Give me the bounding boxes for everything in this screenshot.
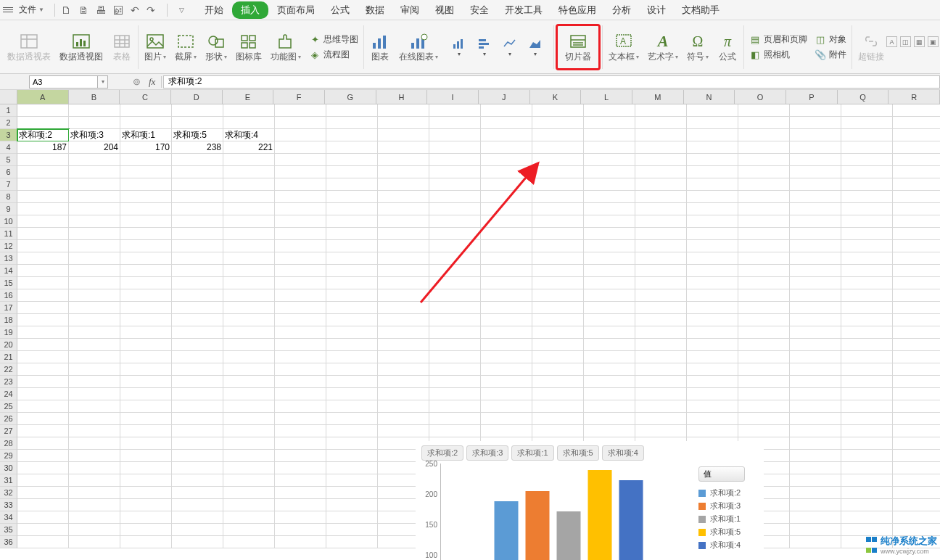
cell-C6[interactable]: [120, 166, 172, 178]
cell-M17[interactable]: [635, 302, 687, 314]
cell-D16[interactable]: [172, 289, 223, 302]
cell-M14[interactable]: [635, 265, 687, 277]
col-header-C[interactable]: C: [120, 90, 171, 104]
cell-P24[interactable]: [790, 388, 841, 400]
print-preview-icon[interactable]: 🗟: [113, 4, 123, 16]
cell-K21[interactable]: [532, 351, 584, 363]
rt-btn-2[interactable]: ◫: [900, 36, 911, 47]
cell-E33[interactable]: [223, 499, 275, 511]
cell-G23[interactable]: [326, 376, 378, 388]
col-header-E[interactable]: E: [223, 90, 274, 104]
cell-J3[interactable]: [481, 129, 532, 141]
cell-A33[interactable]: [17, 499, 69, 511]
cell-N27[interactable]: [687, 425, 738, 437]
cell-Q21[interactable]: [841, 351, 893, 363]
cell-N22[interactable]: [687, 363, 738, 376]
cell-M1[interactable]: [635, 104, 687, 117]
cell-E32[interactable]: [223, 487, 275, 499]
cell-Q19[interactable]: [841, 326, 893, 339]
header-footer-button[interactable]: ▤页眉和页脚: [749, 33, 807, 46]
cell-D23[interactable]: [172, 376, 223, 388]
cell-G25[interactable]: [326, 400, 378, 413]
redo-icon[interactable]: ↷: [147, 4, 155, 16]
col-header-N[interactable]: N: [684, 90, 735, 104]
cell-J15[interactable]: [481, 277, 532, 289]
cell-K6[interactable]: [532, 166, 584, 178]
tab-开始[interactable]: 开始: [197, 1, 231, 19]
bar-求和项:2[interactable]: [494, 501, 518, 560]
cell-G29[interactable]: [326, 450, 378, 462]
cell-P28[interactable]: [790, 437, 841, 450]
cell-E31[interactable]: [223, 474, 275, 487]
cell-D20[interactable]: [172, 339, 223, 351]
cell-E4[interactable]: 221: [223, 141, 275, 154]
cell-H17[interactable]: [378, 302, 429, 314]
cell-F5[interactable]: [275, 154, 326, 166]
cell-D30[interactable]: [172, 462, 223, 474]
col-header-M[interactable]: M: [632, 90, 684, 104]
cell-R31[interactable]: [893, 474, 940, 487]
cell-N23[interactable]: [687, 376, 738, 388]
cell-M2[interactable]: [635, 117, 687, 129]
cell-H21[interactable]: [378, 351, 429, 363]
cell-F26[interactable]: [275, 413, 326, 425]
attachment-button[interactable]: 📎附件: [815, 49, 846, 61]
cell-Q14[interactable]: [841, 265, 893, 277]
cell-O23[interactable]: [738, 376, 790, 388]
cell-O12[interactable]: [738, 240, 790, 252]
cell-Q24[interactable]: [841, 388, 893, 400]
cell-A11[interactable]: [17, 228, 69, 240]
cell-K14[interactable]: [532, 265, 584, 277]
cell-C21[interactable]: [120, 351, 172, 363]
cell-B13[interactable]: [69, 252, 120, 265]
row-header-28[interactable]: 28: [0, 437, 17, 450]
cell-R6[interactable]: [893, 166, 940, 178]
cell-A36[interactable]: [17, 536, 69, 548]
cell-C28[interactable]: [120, 437, 172, 450]
cell-H10[interactable]: [378, 215, 429, 228]
cell-R4[interactable]: [893, 141, 940, 154]
cell-I21[interactable]: [429, 351, 481, 363]
cell-P1[interactable]: [790, 104, 841, 117]
cell-P4[interactable]: [790, 141, 841, 154]
cell-P25[interactable]: [790, 400, 841, 413]
cell-L1[interactable]: [584, 104, 635, 117]
cell-P34[interactable]: [790, 511, 841, 524]
cell-P9[interactable]: [790, 203, 841, 215]
tab-安全[interactable]: 安全: [463, 1, 496, 19]
cell-A20[interactable]: [17, 339, 69, 351]
cell-M15[interactable]: [635, 277, 687, 289]
row-header-4[interactable]: 4: [0, 141, 17, 154]
col-header-R[interactable]: R: [889, 90, 940, 104]
cell-E2[interactable]: [223, 117, 275, 129]
cell-B6[interactable]: [69, 166, 120, 178]
cell-O22[interactable]: [738, 363, 790, 376]
save-as-icon[interactable]: 🗎: [78, 4, 88, 16]
cell-G33[interactable]: [326, 499, 378, 511]
cell-M3[interactable]: [635, 129, 687, 141]
row-header-26[interactable]: 26: [0, 413, 17, 425]
cell-B19[interactable]: [69, 326, 120, 339]
cell-C9[interactable]: [120, 203, 172, 215]
undo-icon[interactable]: ↶: [131, 4, 139, 16]
cell-K19[interactable]: [532, 326, 584, 339]
col-header-J[interactable]: J: [479, 90, 530, 104]
cell-L15[interactable]: [584, 277, 635, 289]
cell-D34[interactable]: [172, 511, 223, 524]
cell-K10[interactable]: [532, 215, 584, 228]
row-header-10[interactable]: 10: [0, 215, 17, 228]
row-header-16[interactable]: 16: [0, 289, 17, 302]
cell-L6[interactable]: [584, 166, 635, 178]
cell-P33[interactable]: [790, 499, 841, 511]
cell-E16[interactable]: [223, 289, 275, 302]
cell-B17[interactable]: [69, 302, 120, 314]
cell-M5[interactable]: [635, 154, 687, 166]
row-header-7[interactable]: 7: [0, 178, 17, 191]
cell-M27[interactable]: [635, 425, 687, 437]
cell-E35[interactable]: [223, 524, 275, 536]
cell-H24[interactable]: [378, 388, 429, 400]
cell-E26[interactable]: [223, 413, 275, 425]
cell-I5[interactable]: [429, 154, 481, 166]
cell-I23[interactable]: [429, 376, 481, 388]
cell-I2[interactable]: [429, 117, 481, 129]
